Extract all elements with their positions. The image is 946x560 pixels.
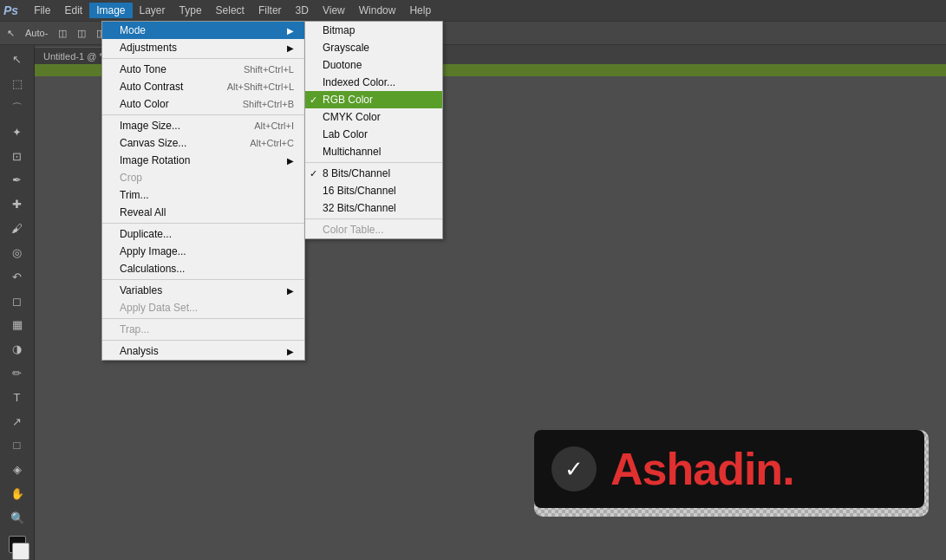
tool-marquee[interactable]: ⬚ bbox=[6, 73, 29, 95]
mode-item-bitmap[interactable]: Bitmap bbox=[305, 22, 442, 39]
menu-item-auto-color-shortcut: Shift+Ctrl+B bbox=[243, 99, 294, 109]
mode-item-lab[interactable]: Lab Color bbox=[305, 126, 442, 143]
menu-item-image-size[interactable]: Image Size... Alt+Ctrl+I bbox=[102, 117, 304, 134]
app-logo: Ps bbox=[3, 3, 18, 17]
menu-item-apply-image-label: Apply Image... bbox=[120, 245, 186, 257]
menu-bar: Ps File Edit Image Layer Type Select Fil… bbox=[0, 0, 946, 21]
tool-rectangle[interactable]: □ bbox=[6, 434, 29, 457]
menu-window[interactable]: Window bbox=[352, 3, 403, 18]
menu-view[interactable]: View bbox=[316, 3, 352, 18]
tool-move[interactable]: ↖ bbox=[6, 49, 29, 71]
toolbar-auto-label: Auto- bbox=[22, 26, 51, 40]
tool-3d[interactable]: ◈ bbox=[6, 459, 29, 481]
menu-edit[interactable]: Edit bbox=[57, 3, 89, 18]
separator-6 bbox=[102, 340, 304, 341]
menu-item-adjustments-arrow: ▶ bbox=[287, 43, 294, 53]
toolbar-icon2: ◫ bbox=[55, 26, 70, 41]
tool-lasso[interactable]: ⌒ bbox=[6, 97, 29, 120]
tool-gradient[interactable]: ▦ bbox=[6, 314, 29, 336]
menu-layer[interactable]: Layer bbox=[133, 3, 173, 18]
tool-brush[interactable]: 🖌 bbox=[6, 218, 29, 240]
tool-hand[interactable]: ✋ bbox=[6, 483, 29, 505]
tool-eyedropper[interactable]: ✒ bbox=[6, 169, 29, 192]
menu-item-variables[interactable]: Variables ▶ bbox=[102, 282, 304, 299]
menu-item-duplicate[interactable]: Duplicate... bbox=[102, 225, 304, 243]
tool-bg-color[interactable] bbox=[12, 543, 29, 560]
menu-filter[interactable]: Filter bbox=[251, 3, 289, 18]
menu-type[interactable]: Type bbox=[173, 3, 209, 18]
menu-item-mode-arrow: ▶ bbox=[287, 26, 294, 36]
separator-3 bbox=[102, 223, 304, 224]
menu-item-auto-tone-label: Auto Tone bbox=[120, 63, 166, 75]
mode-item-multichannel-label: Multichannel bbox=[323, 146, 381, 158]
menu-help[interactable]: Help bbox=[402, 3, 438, 18]
separator-4 bbox=[102, 279, 304, 280]
menu-item-image-size-shortcut: Alt+Ctrl+I bbox=[254, 120, 294, 131]
tool-path-selection[interactable]: ↗ bbox=[6, 410, 29, 433]
mode-item-8bit-check: ✓ bbox=[310, 168, 317, 179]
menu-item-mode[interactable]: Mode ▶ bbox=[102, 22, 304, 39]
tool-eraser[interactable]: ◻ bbox=[6, 290, 29, 312]
menu-item-auto-tone-shortcut: Shift+Ctrl+L bbox=[244, 64, 294, 75]
menu-item-reveal-all-label: Reveal All bbox=[120, 206, 166, 218]
menu-item-trap: Trap... bbox=[102, 321, 304, 338]
menu-item-auto-color-label: Auto Color bbox=[120, 98, 169, 110]
mode-item-color-table: Color Table... bbox=[305, 221, 442, 238]
menu-item-trim[interactable]: Trim... bbox=[102, 186, 304, 204]
tool-zoom[interactable]: 🔍 bbox=[6, 506, 29, 529]
menu-item-apply-data-set: Apply Data Set... bbox=[102, 299, 304, 316]
menu-item-canvas-size[interactable]: Canvas Size... Alt+Ctrl+C bbox=[102, 134, 304, 152]
tool-healing[interactable]: ✚ bbox=[6, 193, 29, 216]
tool-clone-stamp[interactable]: ◎ bbox=[6, 242, 29, 264]
menu-item-image-size-label: Image Size... bbox=[120, 120, 180, 132]
mode-item-duotone-label: Duotone bbox=[323, 59, 362, 71]
mode-separator-2 bbox=[305, 218, 442, 219]
mode-item-rgb-label: RGB Color bbox=[323, 94, 373, 106]
tool-type[interactable]: T bbox=[6, 386, 29, 408]
menu-item-reveal-all[interactable]: Reveal All bbox=[102, 204, 304, 221]
mode-item-grayscale[interactable]: Grayscale bbox=[305, 39, 442, 56]
menu-item-apply-image[interactable]: Apply Image... bbox=[102, 243, 304, 260]
menu-image[interactable]: Image bbox=[89, 3, 132, 18]
mode-item-rgb[interactable]: ✓ RGB Color bbox=[305, 91, 442, 108]
mode-item-8bit[interactable]: ✓ 8 Bits/Channel bbox=[305, 165, 442, 182]
menu-select[interactable]: Select bbox=[209, 3, 251, 18]
menu-item-trim-label: Trim... bbox=[120, 189, 149, 201]
tool-pen[interactable]: ✏ bbox=[6, 362, 29, 385]
mode-item-cmyk-label: CMYK Color bbox=[323, 111, 381, 123]
menu-item-adjustments[interactable]: Adjustments ▶ bbox=[102, 39, 304, 56]
menu-item-auto-contrast-shortcut: Alt+Shift+Ctrl+L bbox=[227, 81, 294, 92]
mode-item-color-table-label: Color Table... bbox=[323, 224, 383, 236]
menu-item-image-rotation-arrow: ▶ bbox=[287, 156, 294, 166]
mode-item-lab-label: Lab Color bbox=[323, 128, 368, 140]
menu-item-image-rotation[interactable]: Image Rotation ▶ bbox=[102, 152, 304, 169]
tool-history-brush[interactable]: ↶ bbox=[6, 265, 29, 288]
tool-crop[interactable]: ⊡ bbox=[6, 145, 29, 167]
mode-item-bitmap-label: Bitmap bbox=[323, 24, 355, 36]
mode-item-32bit-label: 32 Bits/Channel bbox=[323, 202, 396, 214]
menu-file[interactable]: File bbox=[27, 3, 57, 18]
mode-item-16bit[interactable]: 16 Bits/Channel bbox=[305, 182, 442, 199]
menu-item-analysis[interactable]: Analysis ▶ bbox=[102, 342, 304, 360]
menu-item-variables-label: Variables bbox=[120, 284, 162, 296]
menu-item-auto-tone[interactable]: Auto Tone Shift+Ctrl+L bbox=[102, 61, 304, 78]
mode-item-8bit-label: 8 Bits/Channel bbox=[323, 167, 390, 179]
mode-item-multichannel[interactable]: Multichannel bbox=[305, 143, 442, 160]
tool-magic-wand[interactable]: ✦ bbox=[6, 120, 29, 143]
menu-item-auto-contrast[interactable]: Auto Contrast Alt+Shift+Ctrl+L bbox=[102, 78, 304, 95]
mode-item-cmyk[interactable]: CMYK Color bbox=[305, 108, 442, 126]
mode-item-duotone[interactable]: Duotone bbox=[305, 56, 442, 74]
mode-item-indexed-color-label: Indexed Color... bbox=[323, 76, 395, 88]
mode-separator-1 bbox=[305, 162, 442, 163]
tool-dodge[interactable]: ◑ bbox=[6, 338, 29, 361]
menu-item-auto-color[interactable]: Auto Color Shift+Ctrl+B bbox=[102, 95, 304, 113]
menu-3d[interactable]: 3D bbox=[289, 3, 316, 18]
menu-item-duplicate-label: Duplicate... bbox=[120, 228, 172, 240]
menu-item-calculations[interactable]: Calculations... bbox=[102, 260, 304, 277]
menu-item-analysis-arrow: ▶ bbox=[287, 347, 294, 356]
ashadin-logo: ✓ Ashadin. bbox=[534, 430, 924, 508]
mode-item-32bit[interactable]: 32 Bits/Channel bbox=[305, 199, 442, 217]
menu-item-mode-label: Mode bbox=[120, 24, 146, 36]
separator-1 bbox=[102, 58, 304, 59]
mode-item-indexed-color[interactable]: Indexed Color... bbox=[305, 74, 442, 91]
